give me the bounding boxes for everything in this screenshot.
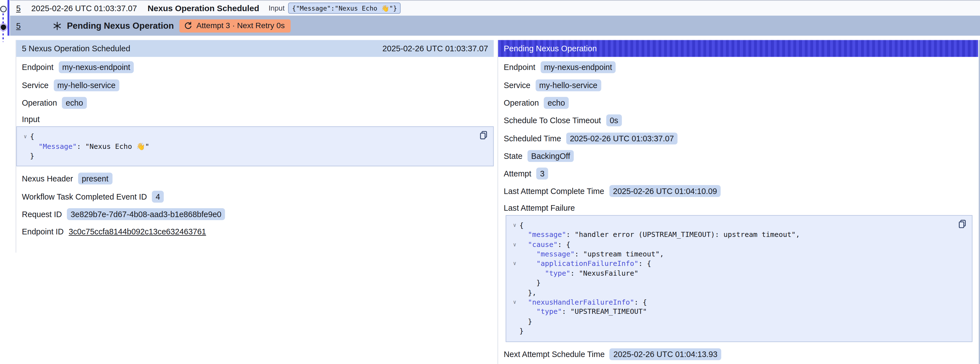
field-value-badge: 2025-02-26 UTC 01:04:13.93: [610, 348, 721, 360]
field-value-badge: 4: [152, 191, 164, 203]
field-label: Service: [22, 81, 49, 90]
detail-field-last-attempt-complete-time: Last Attempt Complete Time2025-02-26 UTC…: [504, 185, 972, 197]
pending-panel-header: Pending Nexus Operation: [498, 40, 978, 57]
field-value-badge: 2025-02-26 UTC 01:03:37.07: [566, 133, 678, 144]
code-line: ∨{: [21, 132, 474, 142]
code-line: "type": "NexusFailure": [510, 269, 953, 278]
chevron-gutter: [510, 307, 520, 317]
field-value-badge: present: [78, 173, 112, 185]
field-value-badge: 0s: [606, 115, 622, 126]
field-value-badge: my-nexus-endpoint: [541, 62, 616, 73]
event-history-screen: 5 2025-02-26 UTC 01:03:37.07 Nexus Opera…: [0, 0, 980, 364]
code-line: }: [510, 278, 953, 288]
field-label: Endpoint ID: [22, 227, 64, 236]
detail-field-attempt: Attempt3: [504, 168, 972, 180]
collapse-chevron-icon[interactable]: ∨: [21, 132, 30, 142]
event-detail-timestamp: 2025-02-26 UTC 01:03:37.07: [382, 44, 488, 53]
detail-field-nexus-header: Nexus Headerpresent: [22, 173, 488, 185]
collapse-chevron-icon[interactable]: ∨: [510, 220, 520, 230]
code-line: ∨ "nexusHandlerFailureInfo": {: [510, 298, 953, 307]
copy-icon[interactable]: [958, 219, 967, 229]
pending-panel-title: Pending Nexus Operation: [504, 44, 597, 53]
code-line: }: [510, 317, 953, 327]
field-label: Workflow Task Completed Event ID: [22, 192, 147, 201]
detail-field-workflow-task-completed-event-id: Workflow Task Completed Event ID4: [22, 191, 488, 203]
detail-field-state: StateBackingOff: [504, 150, 972, 162]
detail-field-next-attempt-schedule-time: Next Attempt Schedule Time2025-02-26 UTC…: [504, 348, 972, 360]
event-id-link[interactable]: 5: [16, 4, 21, 13]
code-line: },: [510, 288, 953, 298]
chevron-gutter: [510, 278, 520, 288]
timeline-marker-scheduled-icon: [0, 5, 7, 13]
event-row-scheduled[interactable]: 5 2025-02-26 UTC 01:03:37.07 Nexus Opera…: [10, 0, 980, 16]
code-line: "message": "upstream timeout",: [510, 249, 953, 259]
detail-field-schedule-to-close-timeout: Schedule To Close Timeout0s: [504, 115, 972, 126]
code-line: "type": "UPSTREAM_TIMEOUT": [510, 307, 953, 317]
timeline-active-bar: [7, 0, 9, 36]
field-value-badge: 2025-02-26 UTC 01:04:10.09: [609, 185, 721, 197]
chevron-gutter: [510, 317, 520, 327]
event-input-label: Input: [269, 5, 285, 12]
detail-field-operation: Operationecho: [504, 97, 972, 109]
detail-field-endpoint-id: Endpoint ID3c0c75ccfa8144b092c13ce632463…: [22, 226, 488, 238]
detail-field-service: Servicemy-hello-service: [22, 79, 488, 91]
pending-fields-top: Endpointmy-nexus-endpointServicemy-hello…: [504, 62, 972, 197]
field-label: Endpoint: [22, 63, 54, 72]
chevron-gutter: [510, 327, 520, 337]
detail-field-service: Servicemy-hello-service: [504, 79, 972, 91]
pending-operation-row[interactable]: 5 Pending Nexus Operation Attempt 3 · Ne…: [10, 16, 980, 36]
pending-operation-panel: Pending Nexus Operation Endpointmy-nexus…: [498, 40, 978, 364]
code-line: ∨ "cause": {: [510, 240, 953, 250]
panel-right-edge-scroll-track[interactable]: [978, 40, 980, 364]
field-label: Scheduled Time: [504, 134, 561, 143]
field-label: State: [504, 151, 522, 161]
event-detail-title: 5 Nexus Operation Scheduled: [22, 44, 130, 53]
collapse-chevron-icon[interactable]: ∨: [510, 298, 520, 307]
code-line: "message": "handler error (UPSTREAM_TIME…: [510, 230, 953, 240]
field-label: Request ID: [22, 209, 62, 219]
chevron-gutter: [510, 249, 520, 259]
chevron-gutter: [21, 151, 30, 161]
collapse-chevron-icon[interactable]: ∨: [510, 240, 520, 250]
field-label: Schedule To Close Timeout: [504, 116, 601, 125]
event-detail-fields-top: Endpointmy-nexus-endpointServicemy-hello…: [22, 62, 488, 109]
input-section-label: Input: [22, 115, 488, 124]
pending-id-link[interactable]: 5: [16, 21, 21, 31]
field-label: Service: [504, 81, 530, 90]
pending-fields-bottom: Next Attempt Schedule Time2025-02-26 UTC…: [504, 348, 972, 360]
collapse-chevron-icon[interactable]: ∨: [510, 259, 520, 269]
field-label: Operation: [504, 98, 539, 108]
event-input-preview-badge: {"Message":"Nexus Echo 👋"}: [288, 3, 401, 14]
pending-title: Pending Nexus Operation: [67, 21, 174, 31]
field-label: Nexus Header: [22, 174, 73, 184]
copy-icon[interactable]: [479, 130, 489, 140]
code-line: ∨{: [510, 220, 953, 230]
event-detail-fields-bottom: Nexus HeaderpresentWorkflow Task Complet…: [22, 173, 488, 238]
code-line: }: [510, 327, 953, 337]
field-value-badge: 3e829b7e-7d67-4b08-aad3-b1e868bfe9e0: [67, 208, 225, 220]
chevron-gutter: [510, 269, 520, 278]
retry-icon: [184, 21, 192, 30]
chevron-gutter: [510, 230, 520, 240]
detail-field-endpoint: Endpointmy-nexus-endpoint: [504, 62, 972, 73]
field-label: Attempt: [504, 169, 531, 178]
field-label: Next Attempt Schedule Time: [504, 349, 605, 359]
field-value-badge: echo: [62, 97, 87, 109]
field-value-link[interactable]: 3c0c75ccfa8144b092c13ce632463761: [69, 227, 206, 236]
field-label: Operation: [22, 98, 57, 108]
detail-field-operation: Operationecho: [22, 97, 488, 109]
detail-field-scheduled-time: Scheduled Time2025-02-26 UTC 01:03:37.07: [504, 133, 972, 144]
code-line: }: [21, 151, 474, 161]
event-timestamp: 2025-02-26 UTC 01:03:37.07: [31, 4, 137, 13]
failure-code-block: ∨{ "message": "handler error (UPSTREAM_T…: [506, 215, 972, 342]
retry-status-badge: Attempt 3 · Next Retry 0s: [180, 19, 290, 32]
timeline-marker-pending-icon: [0, 23, 7, 31]
failure-section-label: Last Attempt Failure: [504, 203, 972, 213]
code-line: "Message": "Nexus Echo 👋": [21, 142, 474, 152]
field-value-badge: BackingOff: [527, 150, 574, 162]
chevron-gutter: [510, 288, 520, 298]
field-label: Last Attempt Complete Time: [504, 187, 604, 196]
event-detail-panel: 5 Nexus Operation Scheduled 2025-02-26 U…: [16, 40, 494, 252]
pending-asterisk-icon: [52, 21, 62, 31]
field-value-badge: 3: [536, 168, 548, 180]
